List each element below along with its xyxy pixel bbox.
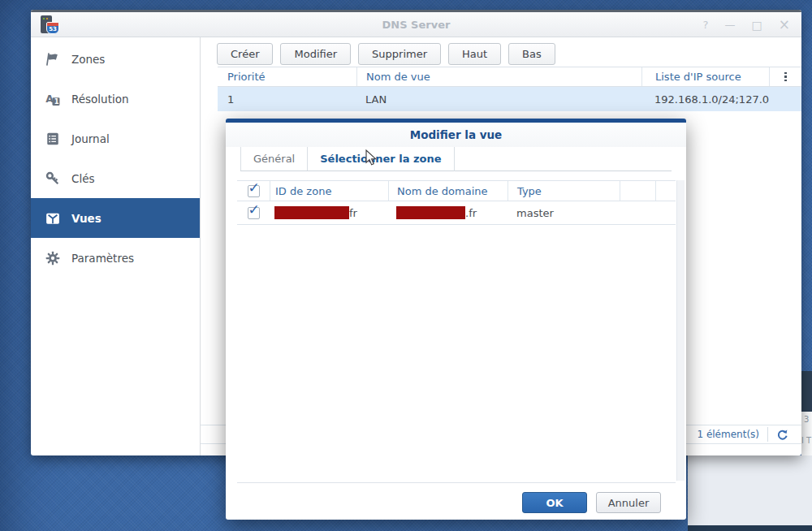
journal-icon	[45, 131, 61, 147]
column-header-view-name[interactable]: Nom de vue	[356, 67, 641, 86]
ok-button[interactable]: OK	[522, 492, 587, 513]
column-header-type[interactable]: Type	[508, 181, 620, 201]
zone-checkbox-cell[interactable]: ✓	[237, 207, 270, 219]
cell-ip-list: 192.168.1.0/24;127.0...	[641, 93, 769, 106]
cell-priority: 1	[218, 93, 356, 106]
select-all-checkbox[interactable]: ✓	[248, 185, 260, 197]
refresh-icon[interactable]	[776, 429, 788, 441]
table-row-selected[interactable]: 1 LAN 192.168.1.0/24;127.0...	[218, 87, 801, 111]
desktop: 3 l T 53 DNS Server ? — □ ×	[0, 0, 812, 531]
dialog-scrollbar-track[interactable]	[676, 180, 685, 481]
sidebar-item-label: Clés	[71, 172, 95, 185]
delete-button[interactable]: Supprimer	[358, 43, 441, 65]
sidebar-item-label: Vues	[71, 212, 102, 225]
column-header-empty	[655, 181, 676, 201]
zone-checkbox[interactable]: ✓	[248, 207, 260, 219]
sidebar-item-journal[interactable]: Journal	[31, 119, 200, 158]
background-window-content: 3 l T	[801, 412, 812, 455]
column-menu-icon[interactable]	[784, 72, 787, 82]
minimize-icon[interactable]: —	[725, 19, 736, 30]
sidebar-item-settings[interactable]: Paramètres	[31, 238, 200, 278]
flag-icon	[45, 51, 61, 67]
create-button[interactable]: Créer	[217, 43, 273, 65]
column-header-domain[interactable]: Nom de domaine	[388, 181, 508, 201]
mouse-cursor-icon	[365, 149, 378, 167]
column-menu-cell[interactable]	[769, 67, 801, 86]
zone-table: ✓ ID de zone Nom de domaine Type ✓ fr .f…	[237, 180, 676, 225]
sidebar: Zones A1 Résolution Journal	[31, 37, 201, 455]
sidebar-item-label: Paramètres	[71, 252, 134, 265]
sidebar-item-views[interactable]: Vues	[31, 198, 200, 238]
background-window-body	[688, 455, 812, 531]
clipped-text-fragment: 3	[804, 415, 809, 424]
cancel-button[interactable]: Annuler	[596, 492, 661, 513]
views-table-header: Priorité Nom de vue Liste d'IP source	[218, 67, 801, 87]
redacted-domain	[396, 206, 465, 219]
element-count: 1 élément(s)	[697, 429, 759, 440]
dialog-tabs: Général Sélectionner la zone	[240, 147, 672, 171]
column-header-priority[interactable]: Priorité	[218, 71, 356, 83]
tab-select-zone[interactable]: Sélectionner la zone	[307, 147, 453, 171]
help-icon[interactable]: ?	[703, 19, 709, 30]
views-icon	[45, 210, 61, 227]
modify-button[interactable]: Modifier	[280, 43, 351, 65]
down-button[interactable]: Bas	[508, 43, 555, 65]
modify-view-dialog: Modifier la vue Général Sélectionner la …	[226, 119, 686, 520]
cell-domain: .fr	[388, 206, 508, 219]
window-titlebar[interactable]: 53 DNS Server ? — □ ×	[31, 12, 801, 37]
background-window-header	[801, 371, 812, 412]
svg-text:1: 1	[54, 97, 59, 106]
sidebar-item-resolution[interactable]: A1 Résolution	[31, 79, 200, 119]
cell-zone-id: fr	[270, 206, 388, 219]
background-window-bottom-bar	[688, 525, 812, 531]
tab-general[interactable]: Général	[240, 147, 307, 171]
toolbar: Créer Modifier Supprimer Haut Bas	[201, 37, 801, 65]
column-header-ip-list[interactable]: Liste d'IP source	[641, 67, 769, 86]
zone-id-suffix: fr	[349, 207, 357, 219]
sidebar-item-zones[interactable]: Zones	[31, 39, 200, 79]
sidebar-item-keys[interactable]: Clés	[31, 158, 200, 198]
cell-type: master	[508, 207, 620, 219]
zone-table-header: ✓ ID de zone Nom de domaine Type	[237, 180, 676, 201]
close-icon[interactable]: ×	[779, 18, 790, 32]
select-all-cell[interactable]: ✓	[237, 181, 270, 201]
sidebar-item-label: Zones	[71, 53, 105, 66]
domain-suffix: .fr	[465, 207, 477, 219]
dialog-footer-divider	[237, 482, 676, 483]
gear-icon	[45, 250, 61, 266]
up-button[interactable]: Haut	[448, 43, 501, 65]
window-title: DNS Server	[31, 12, 801, 37]
key-icon	[45, 171, 61, 187]
dialog-title: Modifier la vue	[226, 123, 686, 147]
tab-separator	[454, 147, 455, 171]
sidebar-item-label: Journal	[71, 132, 110, 145]
column-header-zone-id[interactable]: ID de zone	[270, 181, 388, 201]
zone-row[interactable]: ✓ fr .fr master	[237, 201, 676, 225]
column-header-empty	[620, 181, 655, 201]
maximize-icon[interactable]: □	[752, 19, 762, 31]
clipped-text-fragment: l T	[801, 436, 811, 445]
redacted-zone-id	[274, 206, 349, 219]
sidebar-item-label: Résolution	[71, 93, 129, 106]
footer-divider	[767, 427, 768, 442]
cell-view-name: LAN	[356, 93, 641, 106]
resolution-icon: A1	[45, 91, 61, 107]
